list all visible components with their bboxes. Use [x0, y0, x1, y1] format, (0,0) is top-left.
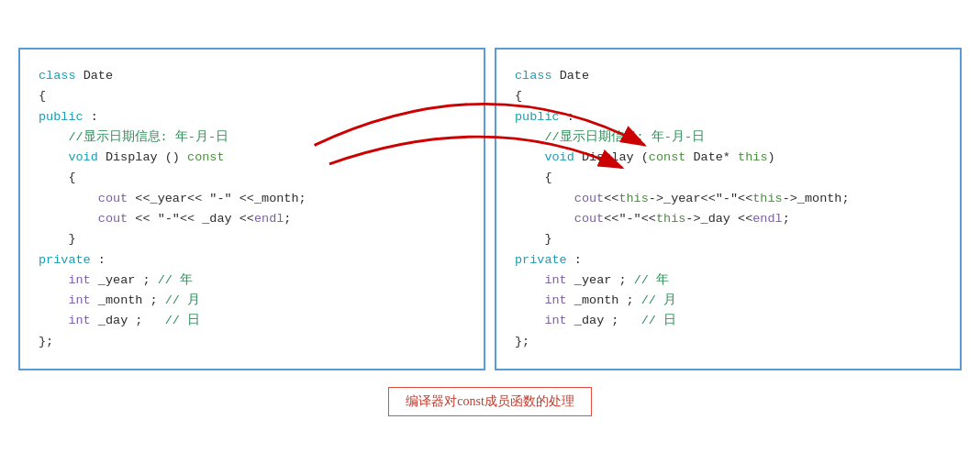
right-code-panel: class Date { public : //显示日期信息: 年-月-日 vo… — [495, 48, 962, 370]
left-code-pre: class Date { public : //显示日期信息: 年-月-日 vo… — [39, 66, 465, 352]
caption-text: 编译器对const成员函数的处理 — [406, 394, 574, 408]
left-code-panel: class Date { public : //显示日期信息: 年-月-日 vo… — [18, 48, 485, 370]
caption-box: 编译器对const成员函数的处理 — [388, 387, 592, 416]
main-container: class Date { public : //显示日期信息: 年-月-日 vo… — [18, 48, 962, 416]
right-code-pre: class Date { public : //显示日期信息: 年-月-日 vo… — [515, 66, 941, 352]
panels-wrapper: class Date { public : //显示日期信息: 年-月-日 vo… — [18, 48, 962, 370]
